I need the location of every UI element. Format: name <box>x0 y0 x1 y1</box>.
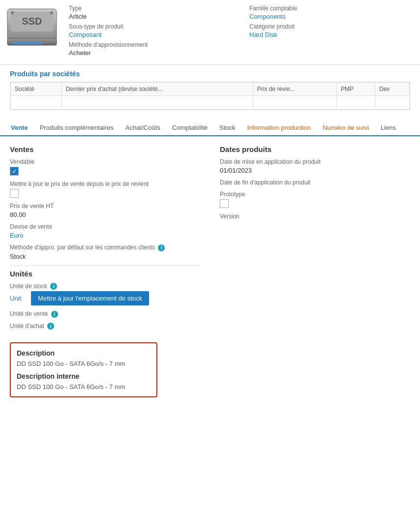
description-box: Description DD SSD 100 Go - SATA 6Go/s -… <box>10 342 157 397</box>
tabs-bar: Vente Produits complémentaires Achat/Coû… <box>0 120 420 136</box>
unite-stock-label: Unité de stock i <box>10 283 200 290</box>
dates-section-title: Dates produits <box>220 145 410 153</box>
product-details: Type Article Sous-type de produit Compos… <box>69 5 410 60</box>
product-image: SSD <box>5 5 59 49</box>
svg-text:SSD: SSD <box>22 16 42 27</box>
description-title: Description <box>17 349 150 357</box>
unite-achat-label: Unité d'achat i <box>10 323 200 330</box>
sous-type-field: Sous-type de produit Composant <box>69 23 230 38</box>
unite-stock-info-icon[interactable]: i <box>50 283 57 290</box>
description-interne-title: Description interne <box>17 372 150 380</box>
prototype-checkbox[interactable] <box>220 199 229 208</box>
col-dernier-prix: Dernier prix d'achat (devise société... <box>61 83 253 96</box>
svg-rect-4 <box>12 42 42 44</box>
mettre-a-jour-field: Mettre à jour le prix de vente depuis le… <box>10 181 200 198</box>
prix-vente-label: Prix de vente HT <box>10 203 200 210</box>
produits-table-container: Société Dernier prix d'achat (devise soc… <box>10 82 410 110</box>
produits-section: Produits par sociétés Société Dernier pr… <box>0 64 420 115</box>
svg-point-5 <box>11 11 14 14</box>
methode-label: Méthode d'approvisionnement <box>69 41 230 48</box>
categorie-label: Catégorie produit <box>249 23 410 30</box>
content-area: Ventes Vendable ✓ Mettre à jour le prix … <box>0 136 420 404</box>
devise-vente-field: Devise de vente Euro <box>10 223 200 239</box>
unite-vente-label: Unité de vente i <box>10 310 200 318</box>
unite-stock-value[interactable]: Unit <box>10 295 21 302</box>
unite-vente-info-icon[interactable]: i <box>51 311 58 318</box>
ventes-section-title: Ventes <box>10 145 200 153</box>
prototype-field: Prototype <box>220 191 410 208</box>
famille-value[interactable]: Components <box>249 13 410 20</box>
description-value: DD SSD 100 Go - SATA 6Go/s - 7 mm <box>17 360 150 367</box>
sous-type-value[interactable]: Composant <box>69 31 230 38</box>
col-dev: Dev <box>375 83 410 96</box>
methode-appro-value: Stock <box>10 253 200 260</box>
sous-type-label: Sous-type de produit <box>69 23 230 30</box>
famille-label: Famille comptable <box>249 5 410 12</box>
prix-vente-field: Prix de vente HT 80,00 <box>10 203 200 218</box>
type-label: Type <box>69 5 230 12</box>
tab-vente[interactable]: Vente <box>5 120 34 136</box>
mettre-a-jour-label: Mettre à jour le prix de vente depuis le… <box>10 181 200 187</box>
top-section: SSD Type Article Sous-type de produit Co… <box>0 0 420 64</box>
prix-vente-value: 80,00 <box>10 211 200 218</box>
table-header-row: Société Dernier prix d'achat (devise soc… <box>11 83 410 96</box>
vendable-field: Vendable ✓ <box>10 158 200 176</box>
categorie-value[interactable]: Hard Disk <box>249 31 410 38</box>
tab-numero-suivi[interactable]: Numéro de suivi <box>317 120 375 136</box>
tab-achat-couts[interactable]: Achat/Coûts <box>120 120 166 136</box>
unite-achat-field: Unité d'achat i <box>10 323 200 330</box>
version-label: Version <box>220 213 410 220</box>
prototype-label: Prototype <box>220 191 410 198</box>
col-pmp: PMP <box>337 83 375 96</box>
date-mise-field: Date de mise en application du produit 0… <box>220 158 410 174</box>
date-fin-label: Date de fin d'application du produit <box>220 179 410 186</box>
tab-produits-complementaires[interactable]: Produits complémentaires <box>34 120 120 136</box>
col-societe: Société <box>11 83 62 96</box>
tab-comptabilite[interactable]: Comptabilité <box>166 120 213 136</box>
col-prix-revie: Prix de revie... <box>253 83 336 96</box>
categorie-field: Catégorie produit Hard Disk <box>249 23 410 38</box>
devise-vente-value[interactable]: Euro <box>10 232 200 239</box>
methode-value: Acheter <box>69 49 230 57</box>
unite-stock-field: Unité de stock i Unit Mettre à jour l'em… <box>10 283 200 306</box>
methode-appro-field: Méthode d'appro. par défaut sur les comm… <box>10 244 200 260</box>
vendable-checkbox[interactable]: ✓ <box>10 167 19 176</box>
unites-section-title: Unités <box>10 270 200 278</box>
mettre-a-jour-checkbox[interactable] <box>10 189 19 198</box>
date-mise-value: 01/01/2023 <box>220 167 410 174</box>
famille-field: Famille comptable Components <box>249 5 410 20</box>
mettre-a-jour-emplacement-button[interactable]: Mettre à jour l'emplacement de stock <box>31 291 149 305</box>
svg-point-6 <box>50 11 53 14</box>
tab-liens[interactable]: Liens <box>375 120 402 136</box>
produits-title: Produits par sociétés <box>10 70 410 78</box>
tab-stock[interactable]: Stock <box>213 120 241 136</box>
produits-table: Société Dernier prix d'achat (devise soc… <box>10 82 410 110</box>
version-field: Version <box>220 213 410 220</box>
description-interne-value: DD SSD 100 Go - SATA 6Go/s - 7 mm <box>17 383 150 391</box>
devise-vente-label: Devise de vente <box>10 223 200 230</box>
type-value: Article <box>69 13 230 20</box>
table-row <box>11 96 410 110</box>
type-field: Type Article <box>69 5 230 20</box>
unite-vente-field: Unité de vente i <box>10 310 200 318</box>
methode-appro-label: Méthode d'appro. par défaut sur les comm… <box>10 244 200 251</box>
methode-appro-info-icon[interactable]: i <box>158 244 165 251</box>
methode-field: Méthode d'approvisionnement Acheter <box>69 41 230 57</box>
tab-information-production[interactable]: Information production <box>241 120 317 136</box>
vendable-label: Vendable <box>10 158 200 165</box>
right-column: Dates produits Date de mise en applicati… <box>220 143 410 334</box>
main-two-col: Ventes Vendable ✓ Mettre à jour le prix … <box>10 143 410 334</box>
left-column: Ventes Vendable ✓ Mettre à jour le prix … <box>10 143 200 334</box>
date-fin-field: Date de fin d'application du produit <box>220 179 410 186</box>
unite-achat-info-icon[interactable]: i <box>47 323 54 330</box>
date-mise-label: Date de mise en application du produit <box>220 158 410 165</box>
divider-1 <box>10 265 200 266</box>
